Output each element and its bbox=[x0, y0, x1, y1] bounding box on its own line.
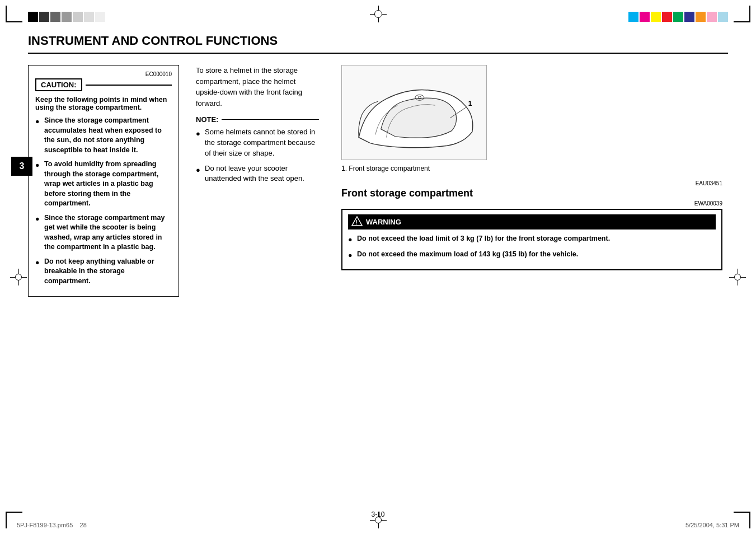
color-swatch-lightest bbox=[95, 12, 105, 22]
note-dot-1: ● bbox=[196, 129, 205, 139]
note-label: NOTE: bbox=[196, 115, 218, 124]
note-bullet-list: ● Some helmets cannot be stored in the s… bbox=[196, 127, 319, 184]
note-bullet-2-text: Do not leave your scooter unattended wit… bbox=[205, 163, 319, 185]
bottom-bar: 5PJ-F8199-13.pm65 28 3-10 5/25/2004, 5:3… bbox=[0, 503, 756, 534]
svg-text:!: ! bbox=[356, 219, 358, 226]
warning-bullet-1-text: Do not exceed the load limit of 3 kg (7 … bbox=[357, 234, 610, 244]
color-swatch-dark bbox=[39, 12, 49, 22]
warning-bullet-list: ● Do not exceed the load limit of 3 kg (… bbox=[348, 234, 716, 260]
middle-column: To store a helmet in the storage compart… bbox=[190, 65, 325, 297]
note-dot-2: ● bbox=[196, 165, 205, 176]
color-swatch-mid bbox=[50, 12, 60, 22]
page-number: 3-10 bbox=[371, 510, 384, 518]
warning-bullet-2-text: Do not exceed the maximum load of 143 kg… bbox=[357, 250, 578, 260]
caution-bullet-1: ● Since the storage compartment accumula… bbox=[35, 116, 172, 155]
caution-code: EC000010 bbox=[35, 71, 172, 77]
warning-bullet-1: ● Do not exceed the load limit of 3 kg (… bbox=[348, 234, 716, 245]
caution-underline bbox=[86, 85, 172, 86]
color-bar-right bbox=[628, 12, 728, 22]
caution-bullet-2: ● To avoid humidity from spreading throu… bbox=[35, 160, 172, 209]
note-bullet-1: ● Some helmets cannot be stored in the s… bbox=[196, 127, 319, 159]
storage-diagram-svg: 1 bbox=[342, 65, 486, 160]
caution-bullet-3-text: Since the storage compartment may get we… bbox=[44, 213, 172, 252]
bullet-dot-2: ● bbox=[35, 161, 44, 171]
svg-text:1: 1 bbox=[468, 100, 472, 107]
corner-tl-mark bbox=[6, 6, 22, 22]
color-swatch-green bbox=[673, 12, 683, 22]
corner-br-mark bbox=[734, 512, 750, 528]
caution-bullet-2-text: To avoid humidity from spreading through… bbox=[44, 160, 172, 209]
bullet-dot-4: ● bbox=[35, 258, 44, 268]
corner-bl-mark bbox=[6, 512, 22, 528]
right-column: 1 1. Front storage compartment EAU03451 … bbox=[336, 65, 728, 297]
crosshair-right bbox=[729, 269, 746, 285]
caution-bullet-list: ● Since the storage compartment accumula… bbox=[35, 116, 172, 286]
note-header: NOTE: bbox=[196, 115, 319, 124]
warning-header: ! WARNING bbox=[348, 214, 716, 229]
warning-bullet-2: ● Do not exceed the maximum load of 143 … bbox=[348, 250, 716, 261]
color-swatch-blue bbox=[684, 12, 694, 22]
warning-box: ! WARNING ● Do not exceed the load limit… bbox=[341, 209, 722, 270]
main-content: INSTRUMENT AND CONTROL FUNCTIONS EC00001… bbox=[0, 34, 756, 319]
caution-bullet-3: ● Since the storage compartment may get … bbox=[35, 213, 172, 252]
note-bullet-2: ● Do not leave your scooter unattended w… bbox=[196, 163, 319, 185]
crosshair-left bbox=[10, 269, 27, 285]
front-storage-title: Front storage compartment bbox=[341, 188, 722, 199]
three-column-layout: EC000010 CAUTION: Keep the following poi… bbox=[28, 65, 728, 297]
bottom-right-date: 5/25/2004, 5:31 PM bbox=[685, 522, 739, 528]
top-bar bbox=[0, 0, 756, 34]
corner-tr-mark bbox=[734, 6, 750, 22]
warning-triangle-icon: ! bbox=[351, 216, 363, 228]
color-swatch-pink bbox=[707, 12, 717, 22]
color-bar-left bbox=[28, 12, 105, 22]
color-swatch-ltblue bbox=[718, 12, 728, 22]
color-swatch-cyan bbox=[628, 12, 638, 22]
color-swatch-light bbox=[62, 12, 72, 22]
caution-column: EC000010 CAUTION: Keep the following poi… bbox=[28, 65, 179, 297]
color-swatch-lighter bbox=[84, 12, 94, 22]
caution-intro: Keep the following points in mind when u… bbox=[35, 96, 172, 111]
page: 3 INSTRUMENT AND CONTROL FUNCTIONS EC000… bbox=[0, 0, 756, 534]
note-underline bbox=[222, 119, 319, 120]
note-bullet-1-text: Some helmets cannot be stored in the sto… bbox=[205, 127, 319, 159]
diagram-caption: 1. Front storage compartment bbox=[341, 165, 722, 172]
color-swatch-black bbox=[28, 12, 38, 22]
color-swatch-yellow bbox=[651, 12, 661, 22]
caution-header: CAUTION: bbox=[35, 78, 172, 91]
color-swatch-vlight bbox=[73, 12, 83, 22]
ewa-code: EWA00039 bbox=[341, 200, 722, 207]
crosshair-top bbox=[370, 6, 387, 22]
color-swatch-orange bbox=[696, 12, 706, 22]
bottom-left-filename: 5PJ-F8199-13.pm65 28 bbox=[17, 522, 87, 528]
color-swatch-red bbox=[662, 12, 672, 22]
caution-label: CAUTION: bbox=[35, 78, 82, 91]
warning-label: WARNING bbox=[366, 218, 401, 226]
eau-code: EAU03451 bbox=[341, 180, 722, 186]
bullet-dot-3: ● bbox=[35, 214, 44, 224]
bullet-dot-1: ● bbox=[35, 117, 44, 127]
warning-dot-2: ● bbox=[348, 251, 357, 261]
caution-bullet-4: ● Do not keep anything valuable or break… bbox=[35, 257, 172, 287]
caution-bullet-1-text: Since the storage compartment accumulate… bbox=[44, 116, 172, 155]
storage-diagram: 1 bbox=[341, 65, 487, 160]
warning-dot-1: ● bbox=[348, 235, 357, 245]
caution-bullet-4-text: Do not keep anything valuable or breakab… bbox=[44, 257, 172, 287]
store-helmet-text: To store a helmet in the storage compart… bbox=[196, 65, 319, 109]
page-title: INSTRUMENT AND CONTROL FUNCTIONS bbox=[28, 34, 728, 54]
color-swatch-magenta bbox=[640, 12, 650, 22]
